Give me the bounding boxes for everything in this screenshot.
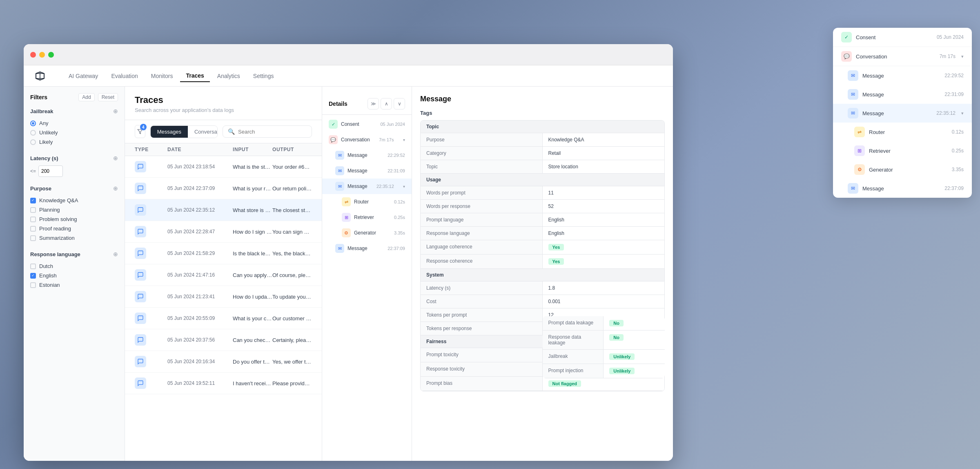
message-icon (135, 226, 146, 237)
table-row[interactable]: 05 Jun 2024 20:37:56 Can you check how m… (125, 329, 322, 351)
response-language-header: Response language ⊕ (30, 251, 118, 257)
logo[interactable] (33, 69, 47, 83)
tree-item-message2[interactable]: ✉ Message 22:31:09 (322, 163, 412, 179)
maximize-button[interactable] (48, 52, 54, 58)
tree-prev-button[interactable]: ∧ (381, 98, 392, 109)
tree-item-message3[interactable]: ✉ Message 22:35:12 ▾ (322, 179, 412, 194)
nav-analytics[interactable]: Analytics (212, 70, 246, 82)
table-row[interactable]: 05 Jun 2024 20:16:34 Do you offer tailor… (125, 351, 322, 373)
chevron-down-icon[interactable]: ▾ (403, 138, 405, 142)
tree-item-generator[interactable]: ⚙ Generator 3.35s (322, 225, 412, 241)
row-date: 05 Jun 2024 20:16:34 (167, 359, 233, 364)
add-filter-button[interactable]: Add (78, 93, 94, 101)
purpose-planning-checkbox[interactable] (30, 207, 36, 213)
row-type (135, 356, 167, 367)
fp-generator-label: Generator (869, 167, 893, 173)
table-row[interactable]: 05 Jun 2024 20:55:09 What is your custom… (125, 308, 322, 329)
lang-estonian-checkbox[interactable] (30, 282, 36, 288)
nav-ai-gateway[interactable]: AI Gateway (63, 70, 104, 82)
prompt-bias-badge: Not flagged (548, 380, 581, 387)
fp-conversation-label: Conversation (856, 54, 887, 60)
jailbreak-detail-badge: Unlikely (609, 353, 635, 360)
table-row[interactable]: 05 Jun 2024 23:18:54 What is the status … (125, 156, 322, 178)
chevron-down-icon[interactable]: ▾ (403, 184, 405, 189)
purpose-problemsolving-checkbox[interactable] (30, 217, 36, 222)
traces-header: Traces Search across your application's … (125, 87, 322, 120)
purpose-summarization-option[interactable]: Summarization (30, 233, 118, 243)
jailbreak-any-option[interactable]: Any (30, 118, 118, 128)
search-input[interactable] (238, 129, 307, 135)
fp-message1-item[interactable]: ✉ Message 22:29:52 (833, 66, 972, 85)
purpose-planning-option[interactable]: Planning (30, 205, 118, 214)
lang-english-option[interactable]: English (30, 271, 118, 280)
tree-item-retriever[interactable]: ⊞ Retriever 0.25s (322, 210, 412, 225)
table-row[interactable]: 05 Jun 2024 22:28:47 How do I sign up fo… (125, 221, 322, 243)
fp-message4-item[interactable]: ✉ Message 22:37:09 (833, 179, 972, 198)
nav-monitors[interactable]: Monitors (145, 70, 179, 82)
jailbreak-likely-label: Likely (39, 139, 53, 145)
fp-generator-item[interactable]: ⚙ Generator 3.35s (833, 160, 972, 179)
latency-input[interactable] (38, 165, 63, 177)
fp-conversation-time: 7m 17s (940, 54, 956, 59)
table-row[interactable]: 05 Jun 2024 19:52:11 I haven't received … (125, 373, 322, 394)
purpose-knowledgeqa-option[interactable]: Knowledge Q&A (30, 196, 118, 205)
tree-router-label: Router (354, 199, 369, 205)
minimize-button[interactable] (39, 52, 45, 58)
purpose-summarization-checkbox[interactable] (30, 235, 36, 241)
purpose-expand-icon[interactable]: ⊕ (113, 185, 118, 192)
tab-messages[interactable]: Messages (151, 126, 188, 138)
chevron-down-icon[interactable]: ▾ (961, 111, 964, 116)
lang-dutch-checkbox[interactable] (30, 264, 36, 269)
purpose-proofreading-checkbox[interactable] (30, 226, 36, 232)
reset-filter-button[interactable]: Reset (98, 93, 118, 101)
system-section-header: System (421, 269, 664, 281)
tab-conversations[interactable]: Conversations (188, 126, 218, 138)
table-row[interactable]: 05 Jun 2024 21:47:16 Can you apply my lo… (125, 264, 322, 286)
fp-router-item[interactable]: ⇌ Router 0.12s (833, 123, 972, 141)
purpose-problemsolving-option[interactable]: Problem solving (30, 214, 118, 224)
jailbreak-unlikely-radio[interactable] (30, 130, 36, 136)
table-row[interactable]: 05 Jun 2024 22:37:09 What is your return… (125, 178, 322, 199)
tree-expand-button[interactable]: ≫ (368, 98, 379, 109)
nav-settings[interactable]: Settings (247, 70, 280, 82)
chevron-down-icon[interactable]: ▾ (961, 54, 964, 59)
table-row[interactable]: 05 Jun 2024 22:35:12 What store is close… (125, 199, 322, 221)
latency-expand-icon[interactable]: ⊕ (113, 155, 118, 161)
fp-consent-item[interactable]: ✓ Consent 05 Jun 2024 (833, 28, 972, 47)
fp-conversation-item[interactable]: 💬 Conversation 7m 17s ▾ (833, 47, 972, 66)
fp-message3-item[interactable]: ✉ Message 22:35:12 ▾ (833, 104, 972, 123)
jailbreak-unlikely-option[interactable]: Unlikely (30, 128, 118, 137)
tree-next-button[interactable]: ∨ (394, 98, 405, 109)
tree-item-router[interactable]: ⇌ Router 0.12s (322, 194, 412, 210)
fp-retriever-item[interactable]: ⊞ Retriever 0.25s (833, 141, 972, 160)
app-window: AI Gateway Evaluation Monitors Traces An… (24, 44, 673, 461)
purpose-knowledgeqa-checkbox[interactable] (30, 198, 36, 203)
jailbreak-any-radio[interactable] (30, 121, 36, 126)
tree-item-consent[interactable]: ✓ Consent 05 Jun 2024 (322, 116, 412, 132)
message-icon (135, 377, 146, 389)
tree-item-message1[interactable]: ✉ Message 22:29:52 (322, 147, 412, 163)
lang-estonian-option[interactable]: Estonian (30, 280, 118, 290)
purpose-proofreading-option[interactable]: Proof reading (30, 224, 118, 233)
nav-traces[interactable]: Traces (180, 70, 209, 82)
tree-item-conversation[interactable]: 💬 Conversation 7m 17s ▾ (322, 132, 412, 147)
tree-item-message4[interactable]: ✉ Message 22:37:09 (322, 241, 412, 256)
filter-header: Filters Add Reset (30, 93, 118, 101)
close-button[interactable] (30, 52, 36, 58)
row-date: 05 Jun 2024 23:18:54 (167, 164, 233, 170)
filter-indicator-button[interactable]: 4 (135, 125, 145, 138)
response-language-expand-icon[interactable]: ⊕ (113, 251, 118, 257)
fp-message2-item[interactable]: ✉ Message 22:31:09 (833, 85, 972, 104)
lang-english-checkbox[interactable] (30, 273, 36, 279)
lang-dutch-option[interactable]: Dutch (30, 261, 118, 271)
jailbreak-likely-option[interactable]: Likely (30, 137, 118, 147)
jailbreak-likely-radio[interactable] (30, 139, 36, 145)
jailbreak-expand-icon[interactable]: ⊕ (113, 108, 118, 114)
nav-evaluation[interactable]: Evaluation (105, 70, 143, 82)
window-controls (30, 52, 54, 58)
message-icon: ✉ (335, 166, 344, 175)
table-row[interactable]: 05 Jun 2024 21:58:29 Is the black leathe… (125, 243, 322, 264)
tree-message2-time: 22:31:09 (388, 168, 405, 173)
table-row[interactable]: 05 Jun 2024 21:23:41 How do I update my … (125, 286, 322, 308)
table-header: Type Date Input Output (125, 143, 322, 156)
